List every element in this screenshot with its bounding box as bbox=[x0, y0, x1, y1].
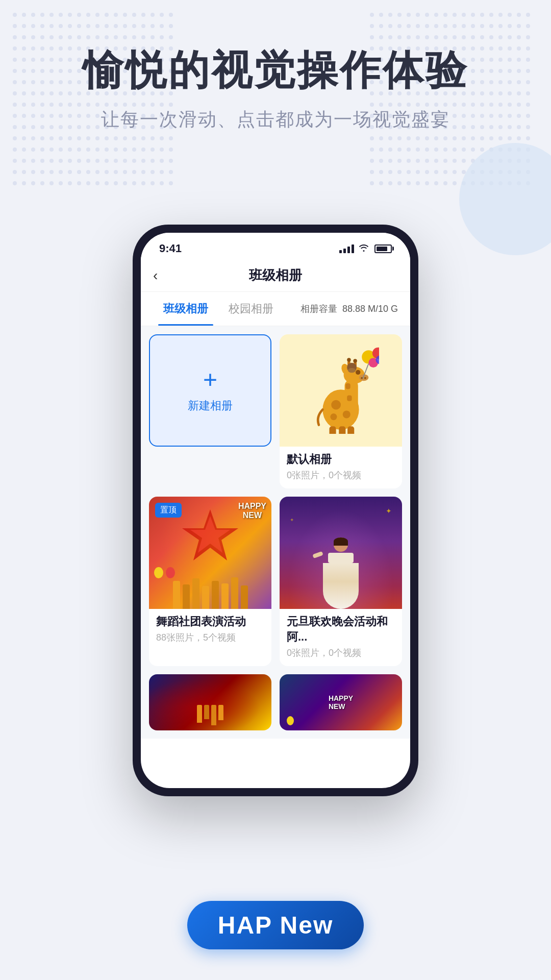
album-name-dance: 舞蹈社团表演活动 bbox=[156, 614, 264, 629]
svg-point-14 bbox=[347, 358, 351, 362]
svg-point-1 bbox=[331, 400, 341, 410]
pin-badge: 置顶 bbox=[155, 503, 182, 518]
new-album-card[interactable]: + 新建相册 bbox=[149, 334, 271, 447]
singer-background: ✦ ✦ bbox=[280, 497, 402, 609]
nav-bar: ‹ 班级相册 bbox=[141, 259, 410, 292]
svg-point-11 bbox=[364, 377, 366, 379]
album-meta-dance: 88张照片，5个视频 bbox=[156, 631, 264, 644]
wifi-icon bbox=[358, 243, 369, 255]
partial-bg-2: HAPPYNEW bbox=[280, 674, 402, 730]
new-album-label: 新建相册 bbox=[188, 398, 233, 413]
album-card-dance[interactable]: 置顶 bbox=[149, 497, 271, 666]
album-name: 默认相册 bbox=[287, 452, 395, 467]
status-icons bbox=[339, 243, 392, 255]
giraffe-illustration bbox=[280, 334, 402, 447]
phone-outer: 9:41 bbox=[133, 225, 418, 796]
album-name-gala: 元旦联欢晚会活动和阿... bbox=[287, 614, 395, 645]
hero-title: 愉悦的视觉操作体验 bbox=[31, 46, 520, 95]
phone-screen: 9:41 bbox=[141, 233, 410, 788]
album-grid: + 新建相册 bbox=[141, 326, 410, 674]
partial-card-1[interactable] bbox=[149, 674, 271, 730]
album-meta-gala: 0张照片，0个视频 bbox=[287, 647, 395, 659]
plus-icon: + bbox=[203, 368, 217, 392]
svg-rect-5 bbox=[345, 383, 350, 389]
battery-icon bbox=[374, 244, 392, 253]
svg-point-16 bbox=[353, 359, 357, 363]
album-meta: 0张照片，0个视频 bbox=[287, 469, 395, 481]
album-info-default: 默认相册 0张照片，0个视频 bbox=[280, 447, 402, 488]
page-title: 班级相册 bbox=[249, 266, 302, 284]
svg-rect-19 bbox=[347, 426, 354, 434]
album-card-gala[interactable]: ✦ ✦ 元旦联欢晚会活动和阿... 0张照片，0个视频 bbox=[280, 497, 402, 666]
svg-point-8 bbox=[356, 370, 360, 375]
svg-point-25 bbox=[348, 368, 356, 373]
album-info-dance: 舞蹈社团表演活动 88张照片，5个视频 bbox=[149, 609, 271, 651]
svg-rect-17 bbox=[330, 426, 336, 434]
status-time: 9:41 bbox=[159, 242, 182, 255]
svg-point-3 bbox=[330, 413, 337, 420]
album-capacity: 相册容量 88.88 M/10 G bbox=[300, 303, 398, 315]
tab-class-album[interactable]: 班级相册 bbox=[153, 292, 218, 326]
album-info-gala: 元旦联欢晚会活动和阿... 0张照片，0个视频 bbox=[280, 609, 402, 666]
back-button[interactable]: ‹ bbox=[153, 267, 158, 284]
signal-icon bbox=[339, 244, 354, 253]
album-card-default[interactable]: 默认相册 0张照片，0个视频 bbox=[280, 334, 402, 488]
bottom-area: HAP New bbox=[0, 837, 551, 980]
svg-point-2 bbox=[343, 410, 350, 418]
phone-mockup: 9:41 bbox=[133, 225, 418, 796]
hero-subtitle: 让每一次滑动、点击都成为一场视觉盛宴 bbox=[31, 107, 520, 132]
status-bar: 9:41 bbox=[141, 233, 410, 259]
partial-bg-1 bbox=[149, 674, 271, 730]
partial-album-row: HAPPYNEW bbox=[141, 674, 410, 739]
hap-new-badge[interactable]: HAP New bbox=[187, 901, 364, 949]
svg-rect-6 bbox=[347, 395, 352, 401]
tab-campus-album[interactable]: 校园相册 bbox=[218, 292, 284, 326]
svg-rect-18 bbox=[339, 426, 345, 434]
hero-section: 愉悦的视觉操作体验 让每一次滑动、点击都成为一场视觉盛宴 bbox=[0, 0, 551, 132]
tab-bar: 班级相册 校园相册 相册容量 88.88 M/10 G bbox=[141, 292, 410, 326]
partial-card-2[interactable]: HAPPYNEW bbox=[280, 674, 402, 730]
